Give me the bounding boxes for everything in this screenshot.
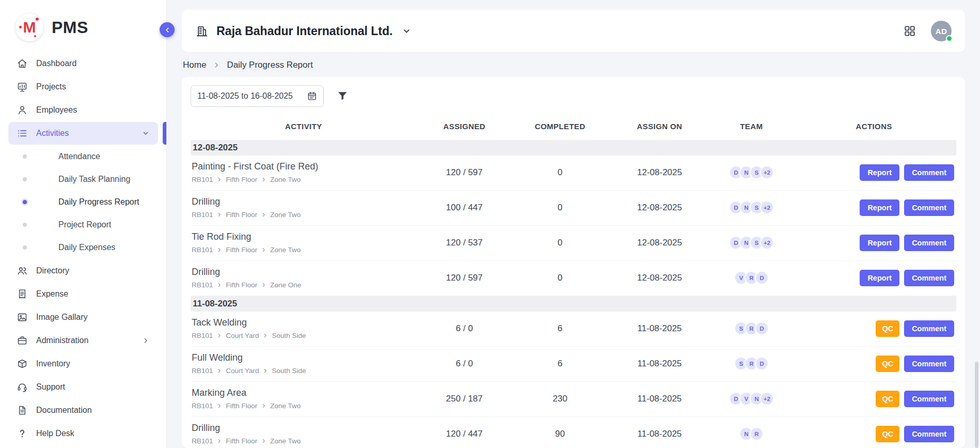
app-logo: M PMS: [0, 12, 166, 52]
assign-on-value: 12-08-2025: [608, 156, 711, 191]
activity-location-path: RB101Fifth FloorZone Two: [192, 437, 416, 445]
bullet-icon: [23, 245, 27, 250]
assigned-value: 120 / 447: [416, 417, 512, 448]
chevron-right-icon: [261, 177, 267, 182]
report-button[interactable]: Report: [860, 199, 899, 216]
team-avatars: DNS+2: [711, 236, 792, 250]
qc-button[interactable]: QC: [876, 391, 899, 407]
apps-grid-icon[interactable]: [903, 24, 916, 38]
sidebar-subitem-daily-expenses[interactable]: Daily Expenses: [0, 236, 166, 259]
completed-value: 6: [512, 347, 608, 382]
path-segment: South Side: [272, 332, 306, 339]
report-button[interactable]: Report: [860, 164, 899, 181]
path-segment: Court Yard: [226, 367, 259, 375]
comment-button[interactable]: Comment: [904, 235, 954, 251]
assigned-value: 120 / 597: [416, 156, 512, 191]
path-segment: Fifth Floor: [226, 281, 257, 289]
activity-title: Marking Area: [192, 388, 416, 398]
completed-value: 0: [512, 156, 608, 191]
report-card: 11-08-2025 to 16-08-2025 ACTIVITYASSIGNE…: [182, 77, 965, 448]
sidebar-item-inventory[interactable]: Inventory: [8, 352, 158, 375]
activity-title: Drilling: [192, 423, 416, 434]
sidebar-item-support[interactable]: Support: [8, 376, 158, 398]
sidebar-item-employees[interactable]: Employees: [8, 99, 158, 121]
sidebar-subitem-daily-progress-report[interactable]: Daily Progress Report: [0, 191, 166, 213]
filters-row: 11-08-2025 to 16-08-2025: [191, 85, 956, 107]
report-button[interactable]: Report: [860, 270, 899, 286]
breadcrumb-home[interactable]: Home: [183, 60, 206, 70]
comment-button[interactable]: Comment: [904, 320, 954, 337]
assign-on-value: 11-08-2025: [608, 417, 711, 448]
sidebar-item-administration[interactable]: Administration: [8, 329, 158, 352]
company-selector[interactable]: Raja Bahadur International Ltd.: [195, 24, 412, 38]
bullet-icon: [23, 177, 27, 181]
team-extra-count: +2: [760, 165, 774, 179]
sidebar-item-activities[interactable]: Activities: [8, 122, 158, 145]
path-segment: RB101: [192, 246, 213, 254]
filter-icon[interactable]: [336, 90, 349, 102]
sidebar-subitem-project-report[interactable]: Project Report: [0, 213, 166, 236]
avatar-initials: AD: [936, 27, 947, 36]
sidebar-item-dashboard[interactable]: Dashboard: [8, 52, 158, 75]
qc-button[interactable]: QC: [876, 356, 899, 372]
activity-title: Drilling: [192, 267, 416, 277]
date-range-value: 11-08-2025 to 16-08-2025: [197, 91, 293, 101]
home-icon: [17, 58, 28, 69]
column-header-assigned: ASSIGNED: [416, 114, 512, 140]
sidebar-item-directory[interactable]: Directory: [8, 259, 158, 282]
path-segment: Zone Two: [270, 246, 301, 254]
team-avatars: DNS+2: [711, 165, 792, 179]
sidebar-nav: DashboardProjectsEmployeesActivitiesAtte…: [0, 52, 166, 445]
team-avatars: DVN+2: [711, 392, 792, 406]
comment-button[interactable]: Comment: [904, 164, 954, 181]
topbar-actions: AD: [903, 21, 952, 41]
sidebar-item-help-desk[interactable]: Help Desk: [8, 422, 158, 445]
gallery-icon: [17, 312, 28, 323]
team-member-avatar: D: [755, 321, 769, 335]
team-avatars: VRD: [711, 271, 792, 285]
comment-button[interactable]: Comment: [904, 356, 954, 372]
comment-button[interactable]: Comment: [904, 199, 954, 216]
user-avatar[interactable]: AD: [931, 21, 952, 41]
report-button[interactable]: Report: [860, 235, 899, 251]
sidebar-collapse-button[interactable]: [160, 22, 175, 37]
completed-value: 230: [512, 382, 608, 417]
sidebar-item-image-gallary[interactable]: Image Gallary: [8, 306, 158, 329]
activity-row: Painting - First Coat (Fire Red)RB101Fif…: [191, 156, 956, 191]
activity-row: DrillingRB101Fifth FloorZone Two120 / 44…: [191, 417, 956, 448]
sidebar-item-label: Inventory: [36, 359, 70, 368]
sidebar-item-documentation[interactable]: Documentation: [8, 399, 158, 422]
activity-row: Tack WeldingRB101Court YardSouth Side6 /…: [191, 312, 956, 347]
top-header-bar: Raja Bahadur International Ltd. AD: [182, 10, 965, 52]
qc-button[interactable]: QC: [876, 320, 899, 337]
sidebar-item-projects[interactable]: Projects: [8, 75, 158, 98]
activity-title: Tie Rod Fixing: [192, 231, 416, 242]
chevron-right-icon: [261, 403, 267, 409]
chevron-right-icon: [216, 212, 222, 218]
team-extra-count: +2: [760, 200, 774, 214]
vertical-scrollbar[interactable]: [975, 362, 978, 448]
breadcrumb: Home Daily Progress Report: [183, 60, 964, 70]
path-segment: South Side: [272, 367, 306, 375]
chevron-right-icon: [262, 333, 268, 338]
qc-button[interactable]: QC: [876, 426, 899, 442]
chevron-right-icon: [216, 438, 222, 444]
team-avatars: NR: [711, 427, 792, 441]
sidebar-item-label: Administration: [36, 336, 88, 345]
sidebar-subitem-label: Attendance: [58, 152, 100, 161]
assigned-value: 250 / 187: [416, 382, 512, 417]
date-range-input[interactable]: 11-08-2025 to 16-08-2025: [191, 85, 324, 107]
chevron-down-icon: [401, 26, 412, 36]
assign-on-value: 12-08-2025: [608, 191, 711, 226]
activity-row: Marking AreaRB101Fifth FloorZone Two250 …: [191, 382, 956, 417]
activity-location-path: RB101Fifth FloorZone Two: [192, 246, 416, 254]
comment-button[interactable]: Comment: [904, 270, 954, 286]
sidebar-item-expense[interactable]: Expense: [8, 283, 158, 305]
sidebar-subitem-label: Daily Task Planning: [58, 175, 130, 184]
support-icon: [17, 381, 28, 393]
sidebar-subitem-attendance[interactable]: Attendance: [0, 145, 166, 168]
sidebar-subitem-daily-task-planning[interactable]: Daily Task Planning: [0, 168, 166, 191]
comment-button[interactable]: Comment: [904, 391, 954, 407]
path-segment: RB101: [192, 281, 213, 289]
comment-button[interactable]: Comment: [904, 426, 954, 442]
